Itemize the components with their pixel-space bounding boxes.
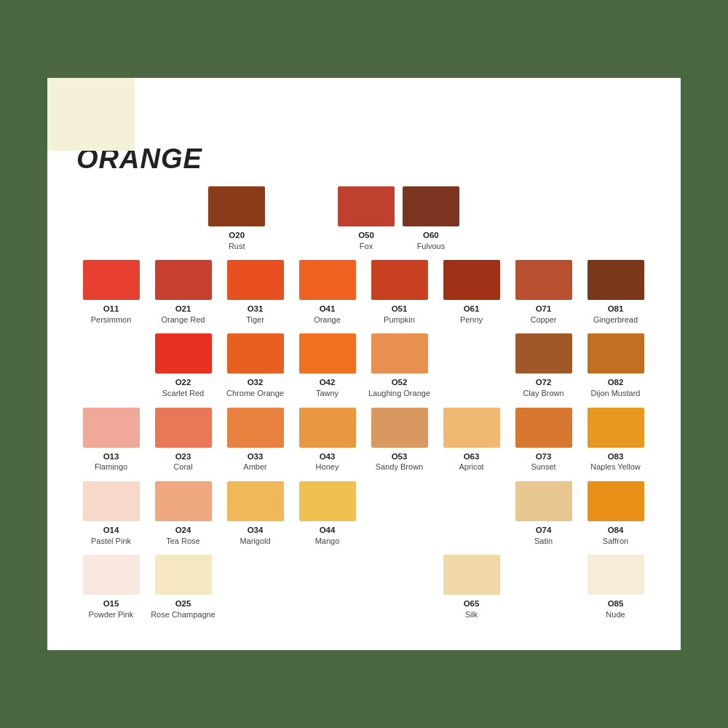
color-name-O81: Gingerbread <box>593 314 638 325</box>
color-item-O51[interactable]: O51Pumpkin <box>365 260 434 325</box>
color-row-row4: O13FlamingoO23CoralO33AmberO43HoneyO53Sa… <box>76 408 659 478</box>
color-item-O23[interactable]: O23Coral <box>149 408 218 472</box>
color-swatch-O51 <box>371 260 428 300</box>
color-name-O34: Marigold <box>240 536 270 546</box>
color-item-O32[interactable]: O32Chrome Orange <box>221 333 290 398</box>
color-swatch-O63 <box>443 408 500 448</box>
color-name-O33: Amber <box>243 462 266 472</box>
color-name-O73: Sunset <box>531 462 555 472</box>
color-swatch-O24 <box>155 481 212 521</box>
color-item-O74[interactable]: O74Satin <box>509 481 578 546</box>
color-swatch-O60 <box>403 186 459 226</box>
color-name-O21: Orange Red <box>162 314 205 325</box>
color-name-O44: Mango <box>315 536 340 546</box>
color-swatch-O84 <box>587 481 644 521</box>
color-item-O50[interactable]: O50Fox <box>336 186 397 251</box>
color-code-O52: O52 <box>392 377 408 388</box>
color-swatch-O20 <box>208 186 265 226</box>
color-code-O73: O73 <box>536 451 552 462</box>
color-item-O14[interactable]: O14Pastel Pink <box>76 481 146 546</box>
color-code-O32: O32 <box>248 377 264 388</box>
color-item-O73[interactable]: O73Sunset <box>509 408 578 472</box>
color-swatch-O34 <box>227 481 284 521</box>
color-item-O11[interactable]: O11Persimmon <box>76 260 146 325</box>
color-name-O72: Clay Brown <box>523 388 563 398</box>
color-code-O23: O23 <box>175 451 191 462</box>
color-item-O60[interactable]: O60Fulvous <box>400 186 462 251</box>
color-swatch-O23 <box>155 408 212 448</box>
color-item-O81[interactable]: O81Gingerbread <box>581 260 650 325</box>
color-item-O84[interactable]: O84Saffron <box>581 481 650 546</box>
color-item-O34[interactable]: O34Marigold <box>221 481 290 546</box>
color-code-O11: O11 <box>103 304 119 314</box>
color-name-O15: Powder Pink <box>89 609 134 620</box>
color-item-O53[interactable]: O53Sandy Brown <box>365 408 434 472</box>
color-swatch-O73 <box>515 408 572 448</box>
color-item-O71[interactable]: O71Copper <box>509 260 578 325</box>
color-name-O24: Tea Rose <box>166 536 199 546</box>
color-item-O20[interactable]: O20Rust <box>206 186 268 251</box>
color-code-O22: O22 <box>175 377 191 388</box>
color-swatch-O32 <box>227 333 284 373</box>
color-swatch-O21 <box>155 260 212 300</box>
color-item-O52[interactable]: O52Laughing Orange <box>365 333 434 398</box>
color-swatch-O25 <box>155 555 212 595</box>
color-item-O83[interactable]: O83Naples Yellow <box>581 408 650 472</box>
color-code-O51: O51 <box>392 304 408 314</box>
color-item-O82[interactable]: O82Dijon Mustard <box>581 333 650 398</box>
color-item-O21[interactable]: O21Orange Red <box>149 260 218 325</box>
color-item-O31[interactable]: O31Tiger <box>221 260 290 325</box>
color-code-O20: O20 <box>229 230 245 241</box>
color-swatch-O50 <box>338 186 395 226</box>
color-code-O33: O33 <box>248 451 264 462</box>
color-name-O23: Coral <box>173 462 192 472</box>
color-item-O43[interactable]: O43Honey <box>293 408 362 472</box>
color-name-O11: Persimmon <box>91 314 132 325</box>
color-item-O61[interactable]: O61Penny <box>437 260 506 325</box>
color-code-O50: O50 <box>358 230 374 241</box>
color-row-row2: O11PersimmonO21Orange RedO31TigerO41Oran… <box>76 260 659 331</box>
color-code-O74: O74 <box>536 525 552 536</box>
color-item-O41[interactable]: O41Orange <box>293 260 362 325</box>
color-swatch-O13 <box>83 408 140 448</box>
color-swatch-O22 <box>155 333 212 373</box>
color-item-O42[interactable]: O42Tawny <box>293 333 362 398</box>
color-item-O33[interactable]: O33Amber <box>221 408 290 472</box>
color-code-O41: O41 <box>320 304 336 314</box>
color-code-O43: O43 <box>320 451 336 462</box>
color-code-O21: O21 <box>175 304 191 314</box>
color-swatch-O52 <box>371 333 428 373</box>
color-code-O61: O61 <box>464 304 480 314</box>
color-name-O85: Nude <box>606 609 625 620</box>
color-name-O53: Sandy Brown <box>376 462 423 472</box>
color-item-O22[interactable]: O22Scarlet Red <box>149 333 218 398</box>
color-item-O63[interactable]: O63Apricot <box>437 408 506 472</box>
color-swatch-O43 <box>299 408 356 448</box>
color-item-O13[interactable]: O13Flamingo <box>76 408 146 472</box>
color-name-O31: Tiger <box>246 314 264 325</box>
color-item-O24[interactable]: O24Tea Rose <box>149 481 218 546</box>
color-item-O25[interactable]: O25Rose Champagne <box>149 555 218 620</box>
color-code-O65: O65 <box>464 598 480 609</box>
color-code-O83: O83 <box>608 451 624 462</box>
color-swatch-O41 <box>299 260 356 300</box>
color-code-O34: O34 <box>248 525 264 536</box>
color-name-O83: Naples Yellow <box>590 462 641 472</box>
color-item-O85[interactable]: O85Nude <box>581 555 650 620</box>
color-name-O41: Orange <box>314 314 341 325</box>
color-name-O25: Rose Champagne <box>151 609 215 620</box>
color-name-O42: Tawny <box>316 388 339 398</box>
color-row-row5: O14Pastel PinkO24Tea RoseO34MarigoldO44M… <box>76 481 659 552</box>
page-title: ORANGE <box>76 143 659 175</box>
color-name-O52: Laughing Orange <box>368 388 430 398</box>
color-name-O50: Fox <box>360 241 373 251</box>
color-swatch-O61 <box>443 260 500 300</box>
color-name-O51: Pumpkin <box>384 314 415 325</box>
color-item-O15[interactable]: O15Powder Pink <box>76 555 146 620</box>
color-item-O72[interactable]: O72Clay Brown <box>509 333 578 398</box>
color-row-row6: O15Powder PinkO25Rose ChampagneO65SilkO8… <box>76 555 659 625</box>
color-code-O71: O71 <box>536 304 552 314</box>
color-name-O84: Saffron <box>603 536 628 546</box>
color-item-O44[interactable]: O44Mango <box>293 481 362 546</box>
color-item-O65[interactable]: O65Silk <box>437 555 506 620</box>
